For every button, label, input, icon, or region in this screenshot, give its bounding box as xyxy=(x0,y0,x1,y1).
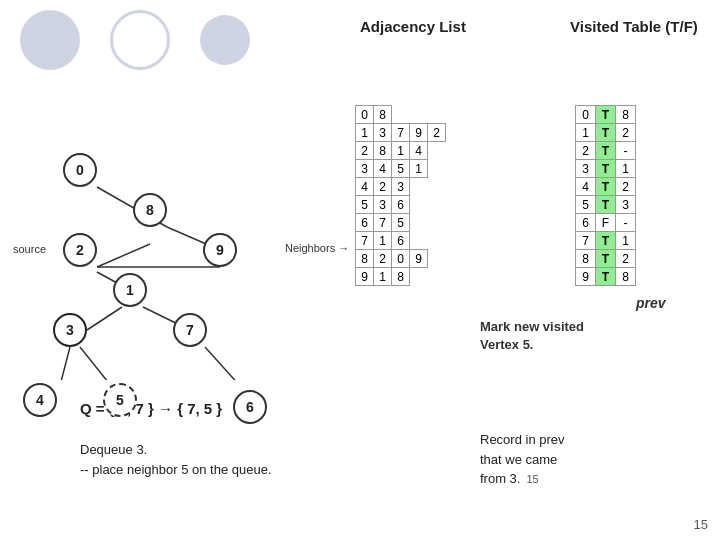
node-7: 7 xyxy=(173,313,207,347)
visited-tf: T xyxy=(596,250,616,268)
dequeue-text: Dequeue 3. -- place neighbor 5 on the qu… xyxy=(80,440,272,479)
node-2: 2 xyxy=(63,233,97,267)
svg-line-5 xyxy=(87,307,122,330)
slide-number-inline: 15 xyxy=(526,471,538,488)
adj-neighbor: 3 xyxy=(392,178,410,196)
adj-index: 5 xyxy=(356,196,374,214)
visited-index: 2 xyxy=(576,142,596,160)
visited-row: 9T8 xyxy=(576,268,636,286)
adj-row: 08 xyxy=(356,106,446,124)
adj-neighbor: 1 xyxy=(410,160,428,178)
dequeue-line2: -- place neighbor 5 on the queue. xyxy=(80,460,272,480)
visited-val: 2 xyxy=(616,124,636,142)
visited-index: 8 xyxy=(576,250,596,268)
node-0: 0 xyxy=(63,153,97,187)
visited-index: 5 xyxy=(576,196,596,214)
mark-visited-text: Mark new visited Vertex 5. xyxy=(480,318,584,354)
adj-index: 4 xyxy=(356,178,374,196)
visited-index: 7 xyxy=(576,232,596,250)
adjacency-list-label: Adjacency List xyxy=(360,18,466,35)
visited-index: 4 xyxy=(576,178,596,196)
visited-tf: T xyxy=(596,142,616,160)
adj-neighbor: 2 xyxy=(374,178,392,196)
node-1: 1 xyxy=(113,273,147,307)
adj-neighbor: 8 xyxy=(392,268,410,286)
visited-index: 9 xyxy=(576,268,596,286)
visited-row: 4T2 xyxy=(576,178,636,196)
visited-row: 6F- xyxy=(576,214,636,232)
visited-row: 2T- xyxy=(576,142,636,160)
node-3: 3 xyxy=(53,313,87,347)
node-8: 8 xyxy=(133,193,167,227)
visited-val: 3 xyxy=(616,196,636,214)
node-9: 9 xyxy=(203,233,237,267)
visited-index: 3 xyxy=(576,160,596,178)
adj-neighbor: 6 xyxy=(392,196,410,214)
visited-table-label: Visited Table (T/F) xyxy=(570,18,698,35)
circle-outline xyxy=(110,10,170,70)
adj-row: 13792 xyxy=(356,124,446,142)
visited-tf: T xyxy=(596,160,616,178)
adj-row: 675 xyxy=(356,214,446,232)
svg-line-8 xyxy=(80,347,120,380)
slide-number: 15 xyxy=(694,517,708,532)
circle-filled-1 xyxy=(20,10,80,70)
visited-index: 6 xyxy=(576,214,596,232)
adj-neighbor: 4 xyxy=(410,142,428,160)
visited-index: 1 xyxy=(576,124,596,142)
visited-tf: T xyxy=(596,232,616,250)
adj-neighbor: 3 xyxy=(374,196,392,214)
visited-val: 8 xyxy=(616,268,636,286)
adj-row: 918 xyxy=(356,268,446,286)
visited-tf: T xyxy=(596,124,616,142)
svg-line-7 xyxy=(57,347,70,380)
adj-index: 0 xyxy=(356,106,374,124)
adj-row: 8209 xyxy=(356,250,446,268)
visited-val: 2 xyxy=(616,178,636,196)
adj-neighbor: 5 xyxy=(392,160,410,178)
visited-row: 7T1 xyxy=(576,232,636,250)
record-line1: Record in prev xyxy=(480,430,565,450)
visited-row: 3T1 xyxy=(576,160,636,178)
visited-row: 5T3 xyxy=(576,196,636,214)
adj-index: 1 xyxy=(356,124,374,142)
adj-index: 2 xyxy=(356,142,374,160)
adj-row: 716 xyxy=(356,232,446,250)
visited-val: 2 xyxy=(616,250,636,268)
adj-neighbor: 5 xyxy=(392,214,410,232)
mark-visited-line2: Vertex 5. xyxy=(480,336,584,354)
visited-index: 0 xyxy=(576,106,596,124)
prev-label: prev xyxy=(636,295,666,311)
mark-visited-line1: Mark new visited xyxy=(480,318,584,336)
record-line3: from 3. xyxy=(480,469,520,489)
adj-neighbor: 9 xyxy=(410,124,428,142)
adj-row: 536 xyxy=(356,196,446,214)
adj-index: 8 xyxy=(356,250,374,268)
visited-row: 1T2 xyxy=(576,124,636,142)
visited-val: 1 xyxy=(616,160,636,178)
visited-val: 8 xyxy=(616,106,636,124)
visited-tf: T xyxy=(596,106,616,124)
node-6: 6 xyxy=(233,390,267,424)
visited-row: 0T8 xyxy=(576,106,636,124)
adj-neighbor: 0 xyxy=(392,250,410,268)
adj-neighbor: 8 xyxy=(374,142,392,160)
adj-index: 9 xyxy=(356,268,374,286)
visited-table: 0T81T22T-3T14T25T36F-7T18T29T8 xyxy=(575,105,636,286)
record-line2: that we came xyxy=(480,450,565,470)
adj-neighbor: 8 xyxy=(374,106,392,124)
q-line: Q = { 3, 7 } → { 7, 5 } xyxy=(80,400,222,417)
visited-tf: T xyxy=(596,268,616,286)
arrow-right-icon: → xyxy=(338,242,349,254)
adj-neighbor: 3 xyxy=(374,124,392,142)
dequeue-line1: Dequeue 3. xyxy=(80,440,272,460)
graph-area: 0 8 2 9 1 3 7 4 5 6 xyxy=(10,80,330,380)
adj-index: 7 xyxy=(356,232,374,250)
visited-tf: T xyxy=(596,178,616,196)
visited-tf: T xyxy=(596,196,616,214)
adjacency-list-table: 0813792281434514235366757168209918 xyxy=(355,105,446,286)
node-5: 5 xyxy=(103,383,137,417)
adj-neighbor: 2 xyxy=(374,250,392,268)
adj-neighbor: 1 xyxy=(392,142,410,160)
visited-tf: F xyxy=(596,214,616,232)
